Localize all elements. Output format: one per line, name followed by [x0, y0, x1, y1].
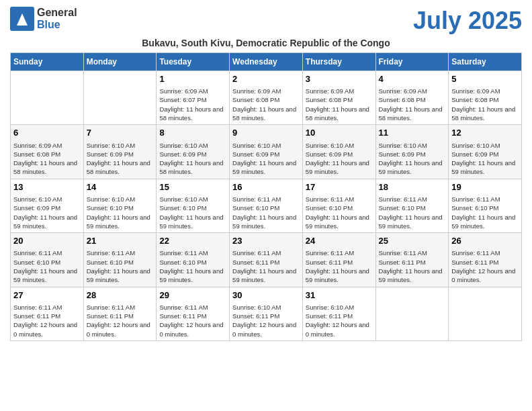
calendar-cell: 8Sunrise: 6:10 AM Sunset: 6:09 PM Daylig… [157, 125, 230, 179]
calendar-cell: 21Sunrise: 6:11 AM Sunset: 6:10 PM Dayli… [83, 233, 157, 287]
calendar-cell: 11Sunrise: 6:10 AM Sunset: 6:09 PM Dayli… [375, 125, 449, 179]
day-number: 18 [379, 181, 446, 193]
cell-info: Sunrise: 6:11 AM Sunset: 6:10 PM Dayligh… [451, 195, 519, 230]
day-number: 14 [87, 181, 154, 193]
calendar-cell: 13Sunrise: 6:10 AM Sunset: 6:09 PM Dayli… [11, 179, 84, 232]
cell-info: Sunrise: 6:10 AM Sunset: 6:09 PM Dayligh… [451, 141, 519, 177]
day-number: 21 [87, 235, 154, 247]
calendar-cell: 3Sunrise: 6:09 AM Sunset: 6:08 PM Daylig… [302, 71, 375, 125]
cell-info: Sunrise: 6:09 AM Sunset: 6:08 PM Dayligh… [306, 87, 373, 122]
day-number: 3 [306, 73, 373, 85]
cell-info: Sunrise: 6:10 AM Sunset: 6:11 PM Dayligh… [232, 303, 300, 338]
calendar-week-row: 6Sunrise: 6:09 AM Sunset: 6:08 PM Daylig… [11, 125, 522, 179]
calendar-cell: 27Sunrise: 6:11 AM Sunset: 6:11 PM Dayli… [11, 287, 84, 340]
day-number: 22 [159, 235, 226, 247]
logo-text-general: General [37, 7, 77, 18]
calendar-cell: 6Sunrise: 6:09 AM Sunset: 6:08 PM Daylig… [11, 125, 84, 179]
cell-info: Sunrise: 6:10 AM Sunset: 6:10 PM Dayligh… [87, 195, 154, 230]
day-number: 28 [87, 289, 154, 302]
calendar-cell: 23Sunrise: 6:11 AM Sunset: 6:11 PM Dayli… [230, 233, 303, 287]
calendar-cell: 5Sunrise: 6:09 AM Sunset: 6:08 PM Daylig… [449, 71, 522, 125]
calendar-cell: 19Sunrise: 6:11 AM Sunset: 6:10 PM Dayli… [449, 179, 522, 232]
day-number: 29 [159, 289, 226, 302]
day-number: 26 [451, 235, 519, 247]
cell-info: Sunrise: 6:11 AM Sunset: 6:10 PM Dayligh… [232, 195, 300, 230]
calendar-cell: 17Sunrise: 6:11 AM Sunset: 6:10 PM Dayli… [302, 179, 375, 232]
day-number: 2 [232, 73, 300, 85]
calendar-cell: 4Sunrise: 6:09 AM Sunset: 6:08 PM Daylig… [375, 71, 449, 125]
day-number: 13 [13, 181, 81, 193]
cell-info: Sunrise: 6:09 AM Sunset: 6:08 PM Dayligh… [13, 141, 81, 177]
logo-icon [10, 7, 34, 31]
day-number: 25 [379, 235, 446, 247]
day-number: 17 [306, 181, 373, 193]
weekday-header: Sunday [11, 53, 84, 71]
calendar-week-row: 20Sunrise: 6:11 AM Sunset: 6:10 PM Dayli… [11, 233, 522, 287]
calendar-cell: 1Sunrise: 6:09 AM Sunset: 6:07 PM Daylig… [157, 71, 230, 125]
weekday-header: Wednesday [230, 53, 303, 71]
calendar-cell: 30Sunrise: 6:10 AM Sunset: 6:11 PM Dayli… [230, 287, 303, 340]
day-number: 27 [13, 289, 81, 302]
weekday-header: Tuesday [157, 53, 230, 71]
day-number: 23 [232, 235, 300, 247]
calendar-cell: 29Sunrise: 6:11 AM Sunset: 6:11 PM Dayli… [157, 287, 230, 340]
cell-info: Sunrise: 6:10 AM Sunset: 6:09 PM Dayligh… [379, 141, 446, 177]
calendar-cell: 31Sunrise: 6:10 AM Sunset: 6:11 PM Dayli… [302, 287, 375, 340]
calendar-cell [375, 287, 449, 340]
calendar-cell: 16Sunrise: 6:11 AM Sunset: 6:10 PM Dayli… [230, 179, 303, 232]
calendar-cell: 12Sunrise: 6:10 AM Sunset: 6:09 PM Dayli… [449, 125, 522, 179]
cell-info: Sunrise: 6:11 AM Sunset: 6:11 PM Dayligh… [87, 303, 154, 338]
cell-info: Sunrise: 6:11 AM Sunset: 6:11 PM Dayligh… [306, 248, 373, 284]
calendar-cell: 7Sunrise: 6:10 AM Sunset: 6:09 PM Daylig… [83, 125, 157, 179]
day-number: 15 [159, 181, 226, 193]
calendar-cell: 9Sunrise: 6:10 AM Sunset: 6:09 PM Daylig… [230, 125, 303, 179]
day-number: 19 [451, 181, 519, 193]
cell-info: Sunrise: 6:11 AM Sunset: 6:11 PM Dayligh… [13, 303, 81, 338]
calendar-header-row: SundayMondayTuesdayWednesdayThursdayFrid… [11, 53, 522, 71]
calendar-cell: 14Sunrise: 6:10 AM Sunset: 6:10 PM Dayli… [83, 179, 157, 232]
cell-info: Sunrise: 6:09 AM Sunset: 6:08 PM Dayligh… [232, 87, 300, 122]
cell-info: Sunrise: 6:11 AM Sunset: 6:10 PM Dayligh… [87, 248, 154, 284]
day-number: 5 [451, 73, 519, 85]
day-number: 4 [379, 73, 446, 85]
cell-info: Sunrise: 6:11 AM Sunset: 6:11 PM Dayligh… [451, 248, 519, 284]
day-number: 30 [232, 289, 300, 302]
cell-info: Sunrise: 6:11 AM Sunset: 6:10 PM Dayligh… [306, 195, 373, 230]
day-number: 9 [232, 127, 300, 139]
calendar-cell: 22Sunrise: 6:11 AM Sunset: 6:10 PM Dayli… [157, 233, 230, 287]
cell-info: Sunrise: 6:11 AM Sunset: 6:10 PM Dayligh… [379, 195, 446, 230]
cell-info: Sunrise: 6:11 AM Sunset: 6:10 PM Dayligh… [159, 248, 226, 284]
cell-info: Sunrise: 6:10 AM Sunset: 6:09 PM Dayligh… [306, 141, 373, 177]
cell-info: Sunrise: 6:10 AM Sunset: 6:09 PM Dayligh… [13, 195, 81, 230]
calendar-week-row: 1Sunrise: 6:09 AM Sunset: 6:07 PM Daylig… [11, 71, 522, 125]
day-number: 11 [379, 127, 446, 139]
calendar-week-row: 13Sunrise: 6:10 AM Sunset: 6:09 PM Dayli… [11, 179, 522, 232]
cell-info: Sunrise: 6:11 AM Sunset: 6:11 PM Dayligh… [232, 248, 300, 284]
calendar-cell: 25Sunrise: 6:11 AM Sunset: 6:11 PM Dayli… [375, 233, 449, 287]
calendar-table: SundayMondayTuesdayWednesdayThursdayFrid… [10, 52, 522, 341]
cell-info: Sunrise: 6:10 AM Sunset: 6:09 PM Dayligh… [232, 141, 300, 177]
calendar-cell: 28Sunrise: 6:11 AM Sunset: 6:11 PM Dayli… [83, 287, 157, 340]
day-number: 24 [306, 235, 373, 247]
day-number: 12 [451, 127, 519, 139]
cell-info: Sunrise: 6:11 AM Sunset: 6:10 PM Dayligh… [13, 248, 81, 284]
page-header: General Blue July 2025 [10, 7, 522, 35]
cell-info: Sunrise: 6:09 AM Sunset: 6:08 PM Dayligh… [451, 87, 519, 122]
day-number: 20 [13, 235, 81, 247]
calendar-cell: 10Sunrise: 6:10 AM Sunset: 6:09 PM Dayli… [302, 125, 375, 179]
calendar-cell [83, 71, 157, 125]
day-number: 1 [159, 73, 226, 85]
cell-info: Sunrise: 6:10 AM Sunset: 6:09 PM Dayligh… [87, 141, 154, 177]
cell-info: Sunrise: 6:10 AM Sunset: 6:11 PM Dayligh… [306, 303, 373, 338]
day-number: 10 [306, 127, 373, 139]
calendar-cell: 2Sunrise: 6:09 AM Sunset: 6:08 PM Daylig… [230, 71, 303, 125]
weekday-header: Monday [83, 53, 157, 71]
calendar-cell: 15Sunrise: 6:10 AM Sunset: 6:10 PM Dayli… [157, 179, 230, 232]
calendar-cell: 26Sunrise: 6:11 AM Sunset: 6:11 PM Dayli… [449, 233, 522, 287]
weekday-header: Saturday [449, 53, 522, 71]
logo: General Blue [10, 7, 77, 31]
calendar-cell: 20Sunrise: 6:11 AM Sunset: 6:10 PM Dayli… [11, 233, 84, 287]
calendar-cell [11, 71, 84, 125]
weekday-header: Thursday [302, 53, 375, 71]
calendar-cell: 18Sunrise: 6:11 AM Sunset: 6:10 PM Dayli… [375, 179, 449, 232]
